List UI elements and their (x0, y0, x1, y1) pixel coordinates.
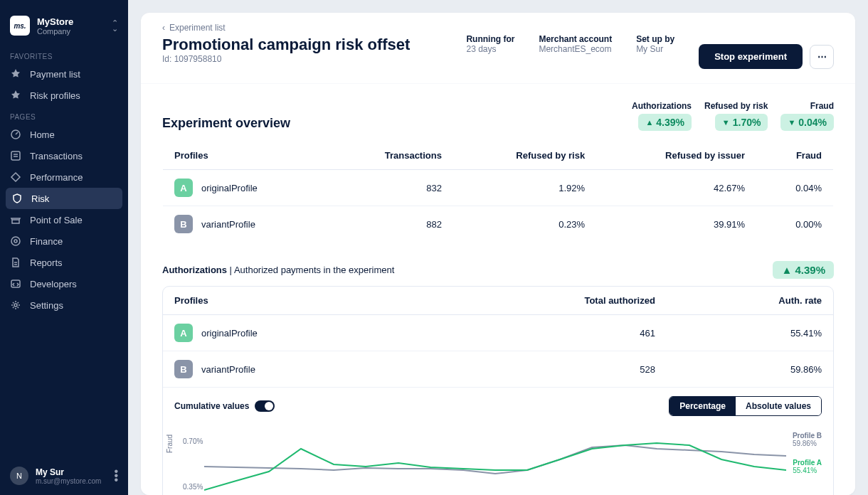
stop-experiment-button[interactable]: Stop experiment (699, 44, 803, 69)
overview-title: Experiment overview (162, 116, 290, 131)
authorizations-section-header: Authorizations | Authorized payments in … (162, 261, 834, 279)
sidebar-item-risk[interactable]: Risk (6, 188, 122, 209)
org-subtitle: Company (37, 27, 112, 36)
meta-running-label: Running for (466, 34, 514, 44)
header-meta: Running for 23 days Merchant account Mer… (466, 23, 834, 69)
profile-name: variantProfile (201, 219, 255, 230)
seg-percentage[interactable]: Percentage (669, 397, 736, 415)
avatar[interactable]: N (10, 467, 28, 485)
sidebar-item-transactions[interactable]: Transactions (0, 145, 128, 166)
main: ‹ Experiment list Promotional campaign r… (128, 0, 868, 495)
line-chart (204, 427, 786, 495)
profile-badge-a: A (174, 179, 193, 197)
svg-point-5 (14, 304, 17, 307)
yaxis-label: Fraud (166, 435, 174, 453)
cumulative-label: Cumulative values (174, 401, 249, 411)
seg-absolute[interactable]: Absolute values (736, 397, 821, 415)
meta-setup-value: My Sur (636, 44, 674, 54)
ring-icon (10, 235, 21, 247)
sidebar-item-label: Risk profiles (30, 90, 80, 101)
more-button[interactable]: ⋯ (810, 45, 834, 69)
sidebar-item-reports[interactable]: Reports (0, 252, 128, 273)
table-row[interactable]: AoriginalProfile 461 55.41% (163, 315, 833, 351)
sidebar: ms. MyStore Company ⌃⌄ FAVORITES Payment… (0, 0, 128, 495)
overview-section-header: Experiment overview Authorizations ▲4.39… (162, 101, 834, 131)
shield-icon (11, 193, 23, 204)
auth-table: Profiles Total authorized Auth. rate Aor… (163, 287, 833, 387)
profile-name: originalProfile (201, 328, 258, 339)
cell-val: 0.23% (453, 206, 596, 243)
sidebar-item-label: Home (30, 129, 55, 140)
meta-setup-label: Set up by (636, 34, 674, 44)
nav-heading-favorites: FAVORITES (0, 46, 128, 63)
arrow-down-icon: ▼ (788, 118, 795, 127)
yaxis-tick: 0.35% (183, 483, 203, 491)
arrow-up-icon: ▲ (645, 118, 653, 127)
overview-table: Profiles Transactions Refused by risk Re… (162, 141, 834, 243)
user-name: My Sur (36, 467, 101, 477)
breadcrumb-back[interactable]: ‹ Experiment list (162, 23, 410, 33)
cumulative-toggle[interactable] (255, 400, 275, 412)
sidebar-item-payment-list[interactable]: Payment list (0, 63, 128, 85)
meta-merchant-value: MerchantES_ecom (539, 44, 612, 54)
cell-val: 0.00% (756, 206, 833, 243)
sidebar-item-pos[interactable]: Point of Sale (0, 209, 128, 230)
cell-val: 0.04% (756, 170, 833, 206)
sidebar-item-label: Transactions (30, 151, 83, 161)
sidebar-item-label: Payment list (30, 69, 80, 80)
chart-controls: Cumulative values Percentage Absolute va… (163, 387, 833, 425)
diamond-icon (10, 171, 21, 183)
svg-rect-4 (11, 280, 20, 287)
authorizations-delta-pill: ▲ 4.39% (773, 261, 834, 279)
meta-merchant-label: Merchant account (539, 34, 612, 44)
org-logo: ms. (10, 16, 30, 36)
page-title: Promotional campaign risk offset (162, 36, 410, 54)
sidebar-item-settings[interactable]: Settings (0, 294, 128, 316)
stat-fraud-label: Fraud (810, 101, 834, 111)
sidebar-item-home[interactable]: Home (0, 124, 128, 145)
col-fraud: Fraud (756, 142, 833, 170)
sidebar-item-finance[interactable]: Finance (0, 230, 128, 252)
chart-area: Fraud 0.70% 0.35% Profile B 59.86% Profi… (163, 425, 833, 495)
sidebar-item-label: Settings (30, 300, 63, 311)
profile-name: variantProfile (201, 364, 255, 375)
sidebar-item-risk-profiles[interactable]: Risk profiles (0, 85, 128, 106)
sidebar-item-performance[interactable]: Performance (0, 166, 128, 188)
meta-running-value: 23 days (466, 44, 514, 54)
profile-badge-a: A (174, 324, 193, 342)
svg-rect-1 (11, 151, 20, 160)
table-row[interactable]: AoriginalProfile 832 1.92% 42.67% 0.04% (163, 170, 834, 206)
col-profiles: Profiles (163, 287, 430, 315)
table-row[interactable]: BvariantProfile 528 59.86% (163, 351, 833, 388)
chart-mode-segment[interactable]: Percentage Absolute values (669, 396, 822, 416)
cell-val: 882 (329, 206, 453, 243)
kebab-icon[interactable]: ••• (114, 470, 118, 481)
authorizations-title: Authorizations | Authorized payments in … (162, 265, 394, 275)
chevron-left-icon: ‹ (162, 23, 165, 33)
code-icon (10, 278, 21, 289)
cell-val: 59.86% (667, 351, 833, 388)
col-total-authorized: Total authorized (430, 287, 667, 315)
series-label-b: Profile B 59.86% (793, 432, 822, 447)
overview-stats: Authorizations ▲4.39% Refused by risk ▼1… (632, 101, 834, 131)
org-switcher[interactable]: ms. MyStore Company ⌃⌄ (0, 11, 128, 46)
svg-point-2 (11, 237, 20, 245)
series-label-a: Profile A 55.41% (793, 459, 822, 474)
gear-icon (10, 299, 21, 311)
sidebar-item-developers[interactable]: Developers (0, 273, 128, 294)
star-icon (10, 68, 21, 80)
cell-val: 528 (430, 351, 667, 388)
stat-authorizations-pill: ▲4.39% (638, 114, 692, 131)
stat-authorizations-label: Authorizations (632, 101, 692, 111)
page-header: ‹ Experiment list Promotional campaign r… (141, 13, 855, 83)
sidebar-item-label: Point of Sale (30, 215, 83, 225)
user-email: m.sur@mystore.com (36, 477, 101, 485)
sidebar-item-label: Developers (30, 279, 77, 289)
table-row[interactable]: BvariantProfile 882 0.23% 39.91% 0.00% (163, 206, 834, 243)
list-icon (10, 150, 21, 161)
cell-val: 1.92% (453, 170, 596, 206)
arrow-up-icon: ▲ (781, 264, 795, 276)
page-body[interactable]: Experiment overview Authorizations ▲4.39… (141, 83, 855, 495)
cell-val: 42.67% (596, 170, 756, 206)
chevron-updown-icon: ⌃⌄ (112, 20, 118, 31)
